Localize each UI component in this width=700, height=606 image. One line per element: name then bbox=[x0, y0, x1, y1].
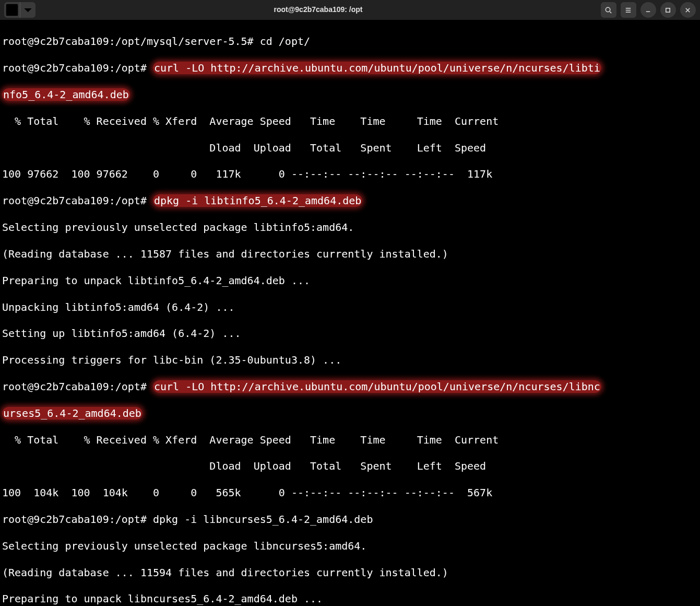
output-line: 100 104k 100 104k 0 0 565k 0 --:--:-- --… bbox=[2, 486, 698, 499]
output-line: (Reading database ... 11594 files and di… bbox=[2, 566, 698, 579]
highlighted-command: curl -LO http://archive.ubuntu.com/ubunt… bbox=[153, 62, 601, 74]
terminal-output[interactable]: root@9c2b7caba109:/opt/mysql/server-5.5#… bbox=[0, 20, 700, 606]
highlighted-command: urses5_6.4-2_amd64.deb bbox=[2, 407, 143, 419]
output-line: Selecting previously unselected package … bbox=[2, 221, 698, 234]
close-button[interactable] bbox=[680, 2, 696, 18]
highlighted-command: dpkg -i libtinfo5_6.4-2_amd64.deb bbox=[153, 194, 362, 207]
titlebar: root@9c2b7caba109: /opt bbox=[0, 0, 700, 20]
prompt: root@9c2b7caba109:/opt/mysql/server-5.5# bbox=[2, 35, 260, 48]
window-title: root@9c2b7caba109: /opt bbox=[274, 3, 362, 16]
prompt: root@9c2b7caba109:/opt# bbox=[2, 194, 153, 207]
output-line: (Reading database ... 11587 files and di… bbox=[2, 248, 698, 261]
new-tab-button[interactable] bbox=[4, 2, 20, 18]
output-line: Setting up libtinfo5:amd64 (6.4-2) ... bbox=[2, 327, 698, 340]
output-line: % Total % Received % Xferd Average Speed… bbox=[2, 434, 698, 447]
highlighted-command: nfo5_6.4-2_amd64.deb bbox=[2, 88, 130, 101]
maximize-button[interactable] bbox=[660, 2, 676, 18]
new-tab-split[interactable] bbox=[4, 2, 35, 18]
prompt: root@9c2b7caba109:/opt# bbox=[2, 513, 153, 526]
output-line: Processing triggers for libc-bin (2.35-0… bbox=[2, 354, 698, 367]
search-button[interactable] bbox=[601, 2, 616, 18]
highlighted-command: curl -LO http://archive.ubuntu.com/ubunt… bbox=[153, 380, 601, 393]
menu-button[interactable] bbox=[621, 2, 636, 18]
prompt: root@9c2b7caba109:/opt# bbox=[2, 380, 153, 393]
prompt: root@9c2b7caba109:/opt# bbox=[2, 62, 153, 74]
output-line: Dload Upload Total Spent Left Speed bbox=[2, 142, 698, 155]
new-tab-dropdown[interactable] bbox=[20, 2, 35, 18]
command-text: cd /opt/ bbox=[260, 35, 310, 48]
minimize-button[interactable] bbox=[640, 2, 656, 18]
svg-line-4 bbox=[610, 11, 612, 13]
output-line: 100 97662 100 97662 0 0 117k 0 --:--:-- … bbox=[2, 168, 698, 181]
svg-rect-9 bbox=[666, 8, 670, 12]
output-line: Dload Upload Total Spent Left Speed bbox=[2, 460, 698, 473]
output-line: Unpacking libtinfo5:amd64 (6.4-2) ... bbox=[2, 301, 698, 314]
output-line: Preparing to unpack libncurses5_6.4-2_am… bbox=[2, 592, 698, 605]
output-line: % Total % Received % Xferd Average Speed… bbox=[2, 115, 698, 128]
svg-point-3 bbox=[606, 7, 610, 11]
svg-rect-0 bbox=[6, 4, 18, 16]
command-text: dpkg -i libncurses5_6.4-2_amd64.deb bbox=[153, 513, 373, 526]
output-line: Preparing to unpack libtinfo5_6.4-2_amd6… bbox=[2, 274, 698, 287]
output-line: Selecting previously unselected package … bbox=[2, 540, 698, 553]
